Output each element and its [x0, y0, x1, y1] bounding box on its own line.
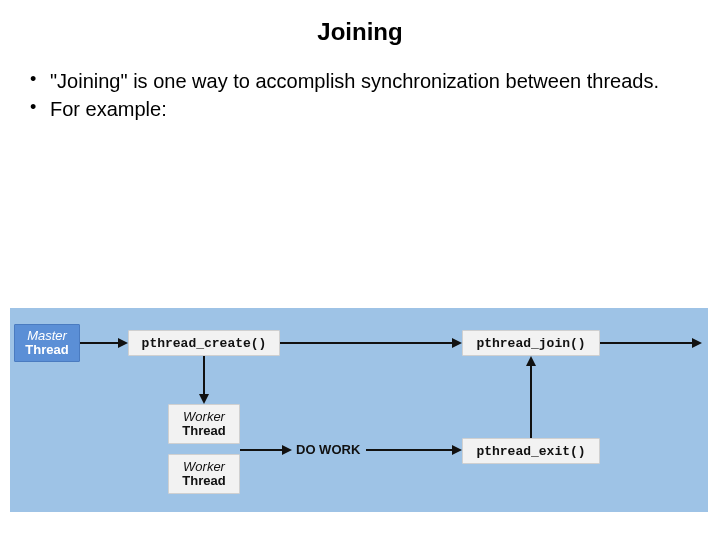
pthread-create-box: pthread_create()	[128, 330, 280, 356]
worker-thread-label-2: Thread	[182, 424, 225, 438]
arrow-line	[240, 449, 282, 451]
do-work-label: DO WORK	[296, 442, 360, 457]
arrow-head-right-icon	[118, 338, 128, 348]
pthread-exit-box: pthread_exit()	[462, 438, 600, 464]
pthread-join-box: pthread_join()	[462, 330, 600, 356]
arrow-line	[280, 342, 452, 344]
arrow-line	[530, 366, 532, 438]
arrow-line	[600, 342, 692, 344]
arrow-head-up-icon	[526, 356, 536, 366]
arrow-head-right-icon	[452, 338, 462, 348]
worker-thread-box: Worker Thread	[168, 454, 240, 494]
arrow-line	[366, 449, 452, 451]
worker-thread-label-1: Worker	[183, 460, 225, 474]
master-thread-box: Master Thread	[14, 324, 80, 362]
arrow-head-right-icon	[692, 338, 702, 348]
master-thread-label-1: Master	[27, 329, 67, 343]
bullet-item: For example:	[22, 96, 700, 122]
worker-thread-box: Worker Thread	[168, 404, 240, 444]
bullet-list: "Joining" is one way to accomplish synch…	[22, 68, 700, 122]
arrow-head-right-icon	[282, 445, 292, 455]
arrow-line	[80, 342, 118, 344]
worker-thread-label-1: Worker	[183, 410, 225, 424]
arrow-line	[203, 356, 205, 394]
bullet-item: "Joining" is one way to accomplish synch…	[22, 68, 700, 94]
arrow-head-down-icon	[199, 394, 209, 404]
master-thread-label-2: Thread	[25, 343, 68, 357]
worker-thread-label-2: Thread	[182, 474, 225, 488]
thread-join-diagram: Master Thread pthread_create() pthread_j…	[10, 308, 708, 512]
arrow-head-right-icon	[452, 445, 462, 455]
page-title: Joining	[0, 18, 720, 46]
